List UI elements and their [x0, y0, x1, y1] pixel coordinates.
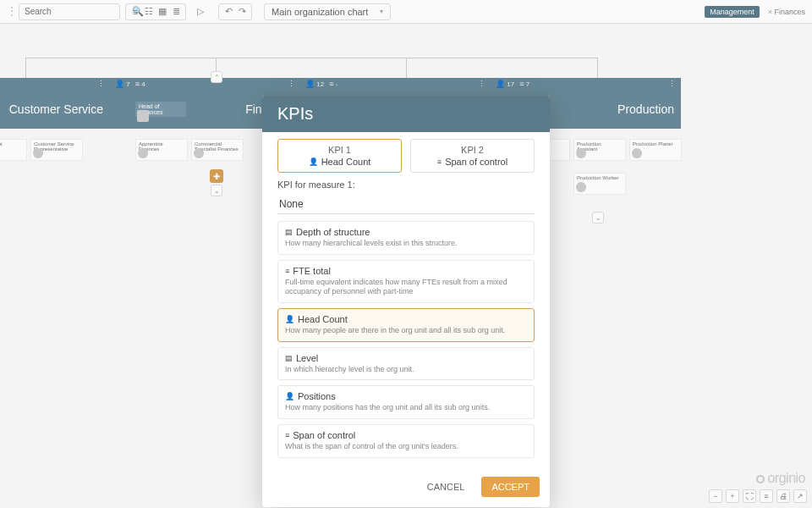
kpi-option-desc: In which hierarchy level is the org unit… [285, 365, 527, 375]
kpi-option-fte[interactable]: ≡FTE total Full-time equivalent indicate… [277, 260, 535, 303]
person-icon: 👤 [309, 157, 318, 166]
kpi-modal: KPIs KPI 1 👤Head Count KPI 2 ≡Span of co… [262, 96, 550, 507]
bars-icon: ▤ [285, 354, 293, 362]
modal-footer: CANCEL ACCEPT [262, 473, 550, 507]
modal-header: KPIs [262, 96, 550, 132]
kpi-option-span[interactable]: ≡Span of control What is the span of con… [277, 424, 535, 458]
list-icon: ≡ [285, 267, 289, 275]
cancel-button[interactable]: CANCEL [417, 477, 475, 497]
kpi-option-desc: How many people are there in the org uni… [285, 326, 527, 336]
tab-name: KPI 2 [416, 145, 529, 155]
tab-kpi-2[interactable]: KPI 2 ≡Span of control [410, 139, 535, 173]
bars-icon: ▤ [285, 228, 293, 236]
kpi-option-desc: How many positions has the org unit and … [285, 403, 527, 413]
kpi-option-depth[interactable]: ▤Depth of structure How many hierarchica… [277, 221, 535, 255]
kpi-option-desc: Full-time equivalent indicates how many … [285, 278, 527, 297]
measure-label: KPI for measure 1: [277, 179, 535, 190]
tab-label: Span of control [445, 157, 508, 167]
kpi-option-headcount[interactable]: 👤Head Count How many people are there in… [277, 308, 535, 342]
tab-name: KPI 1 [283, 145, 396, 155]
list-icon: ≡ [437, 157, 442, 166]
current-value[interactable]: None [277, 193, 535, 214]
modal-title: KPIs [277, 104, 535, 124]
tab-label: Head Count [321, 157, 371, 167]
person-icon: 👤 [285, 392, 294, 400]
kpi-tabs: KPI 1 👤Head Count KPI 2 ≡Span of control [277, 139, 535, 173]
kpi-option-desc: What is the span of control of the org u… [285, 442, 527, 452]
accept-button[interactable]: ACCEPT [481, 477, 540, 497]
person-icon: 👤 [285, 315, 294, 323]
tab-kpi-1[interactable]: KPI 1 👤Head Count [277, 139, 402, 173]
kpi-option-positions[interactable]: 👤Positions How many positions has the or… [277, 385, 535, 419]
list-icon: ≡ [285, 431, 289, 439]
kpi-option-level[interactable]: ▤Level In which hierarchy level is the o… [277, 347, 535, 381]
kpi-option-desc: How many hierarchical levels exist in th… [285, 239, 527, 249]
